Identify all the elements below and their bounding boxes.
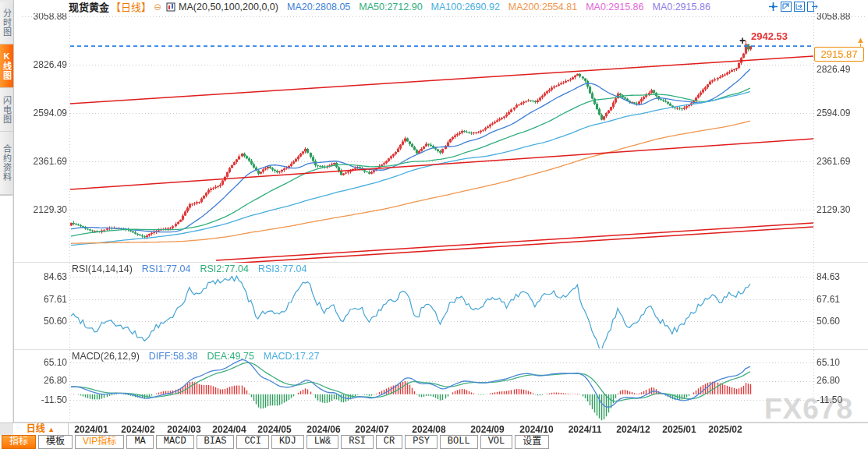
rsi-axis-right-2: 50.60 [817,316,865,327]
macd-value: MACD:17.27 [264,351,320,362]
date-label: 2025/01 [662,424,696,435]
chart-header: 现货黄金 【日线】 ⊖ MA(20,50,100,200,0,0) MA20:2… [0,0,868,13]
toolbar-tab-templates[interactable]: 模板 [38,435,73,449]
ma0-value-1: MA0:2915.86 [586,2,643,12]
macd-axis-right-0: 65.10 [817,357,865,368]
date-axis-row: 日线 ▲ 2024/01 2024/02 2024/03 2024/04 202… [0,422,868,436]
rsi1-value: RSI1:77.04 [142,263,191,274]
period-tag: 【日线】 [111,0,151,14]
date-row-corner [0,423,14,436]
date-label: 2024/08 [412,424,445,435]
high-cross-marker: + [739,34,746,47]
date-label: 2024/04 [212,424,246,435]
ma20-value: MA20:2808.05 [287,2,350,12]
price-pin-icon: ▲ [856,36,865,48]
chevron-up-icon: ▲ [48,426,55,433]
price-axis-left-4: 2129.30 [22,204,67,215]
price-axis-right-1: 2826.49 [817,64,865,75]
exit-icon[interactable] [807,2,818,12]
date-label: 2024/02 [121,424,154,435]
crosshair-icon[interactable] [767,2,778,12]
rsi-axis-left-2: 50.60 [22,316,67,327]
macd-axis-left-1: 26.80 [22,375,67,386]
price-axis-right-3: 2361.69 [817,156,865,167]
ma200-value: MA200:2554.81 [508,2,577,12]
toolbar-tab-psy[interactable]: PSY [405,435,438,449]
rsi2-value: RSI2:77.04 [200,263,249,274]
axis-pan-icon[interactable] [794,2,805,12]
rsi-axis-left-1: 67.61 [22,294,67,305]
price-chart-canvas[interactable] [0,0,868,449]
rsi-pane-header: RSI(14,14,14) RSI1:77.04 RSI2:77.04 RSI3… [72,263,306,274]
date-label: 2024/05 [257,424,291,435]
candlestick-icon [166,2,175,12]
left-tab-sidebar: 分时图 K线图 闪电图 合约资料 [0,0,14,422]
toolbar-tab-settings[interactable]: 设置 [515,435,549,449]
rsi-axis-left-0: 84.63 [22,271,67,282]
sidebar-tab-timeshare[interactable]: 分时图 [0,2,13,44]
toolbar-tab-vol[interactable]: VOL [480,435,513,449]
ma0-value-2: MA0:2915.86 [652,2,710,12]
date-label: 2024/11 [569,424,602,435]
date-label: 2024/10 [519,424,553,435]
sidebar-empty-panel [0,195,12,423]
dea-value: DEA:49.75 [207,351,253,362]
symbol-title: 现货黄金 [69,0,109,14]
date-label: 2024/12 [616,424,650,435]
toolbar-tab-vip-indicators[interactable]: VIP指标 [75,435,124,449]
price-axis-left-3: 2361.69 [22,156,67,167]
axis-zoom-icon[interactable] [781,2,792,12]
rsi3-value: RSI3:77.04 [258,263,307,274]
price-axis-left-1: 2826.49 [22,59,67,70]
high-price-label: 2942.53 [751,30,788,42]
sidebar-tab-kline[interactable]: K线图 [0,44,13,88]
macd-axis-left-2: -11.50 [22,394,67,405]
toolbar-tab-cci[interactable]: CCI [236,435,269,449]
price-axis-left-2: 2594.09 [22,108,67,118]
toolbar-tab-bias[interactable]: BIAS [197,435,235,449]
date-label: 2024/03 [167,424,200,435]
ma-settings-label: MA(20,50,100,200,0,0) [179,2,278,12]
diff-value: DIFF:58.38 [149,351,198,362]
toolbar-tab-boll[interactable]: BOLL [440,435,478,449]
period-selector[interactable]: 日线 ▲ [13,423,69,435]
current-price-box: 2915.87 [814,47,864,62]
macd-axis-left-0: 65.10 [22,357,67,368]
toolbar-tab-lwr[interactable]: LW& [306,435,339,449]
toolbar-tab-ma[interactable]: MA [126,435,153,449]
sidebar-tab-lightning[interactable]: 闪电图 [0,88,13,132]
toolbar-tab-cr[interactable]: CR [376,435,402,449]
date-label: 2024/01 [74,424,108,435]
macd-title: MACD(26,12,9) [72,351,140,362]
indicator-toolbar: 指标 模板 VIP指标 MA MACD BIAS CCI KDJ LW& RSI… [0,435,868,449]
collapse-circle-icon[interactable]: ⊖ [154,2,161,12]
toolbar-tab-kdj[interactable]: KDJ [271,435,304,449]
toolbar-tab-macd[interactable]: MACD [156,435,194,449]
rsi-axis-right-0: 84.63 [817,271,865,282]
ma100-value: MA100:2690.92 [431,2,500,12]
trading-app-window: FX678 现货黄金 【日线】 ⊖ MA(20,50,100,200,0,0) … [0,0,868,449]
macd-axis-right-1: 26.80 [817,375,865,386]
ma50-value: MA50:2712.90 [359,2,422,12]
toolbar-tab-rsi[interactable]: RSI [341,435,374,449]
price-axis-right-4: 2129.30 [817,204,865,215]
date-label: 2025/02 [708,424,742,435]
toolbar-tab-indicators[interactable]: 指标 [2,435,36,449]
rsi-title: RSI(14,14,14) [72,263,133,274]
sidebar-tab-contract-info[interactable]: 合约资料 [0,132,13,195]
date-label: 2024/06 [306,424,340,435]
rsi-axis-right-1: 67.61 [817,294,865,305]
macd-axis-right-2: -11.50 [817,394,865,405]
date-label: 2024/09 [470,424,504,435]
price-axis-right-2: 2594.09 [817,108,865,118]
macd-pane-header: MACD(26,12,9) DIFF:58.38 DEA:49.75 MACD:… [72,351,319,362]
chart-toolbuttons [767,2,818,12]
date-label: 2024/07 [355,424,388,435]
